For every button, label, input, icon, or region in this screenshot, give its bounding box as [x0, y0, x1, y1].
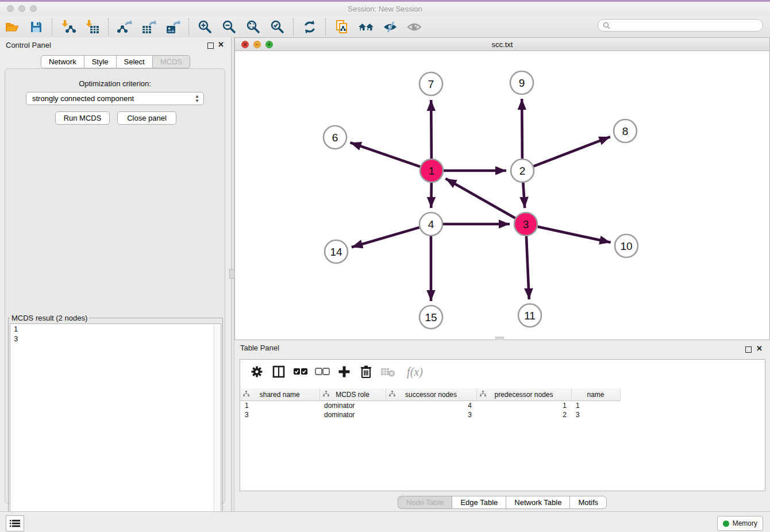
save-session-icon[interactable] — [28, 18, 45, 36]
float-table-panel-icon[interactable] — [745, 345, 752, 355]
graph-edge-4-14[interactable] — [352, 228, 419, 247]
mcds-panel: Optimization criterion: strongly connect… — [5, 68, 225, 504]
close-panel-button[interactable]: Close panel — [117, 111, 176, 125]
graph-node-label: 8 — [622, 125, 629, 137]
memory-label: Memory — [733, 519, 757, 527]
table-cell[interactable]: 3 — [571, 410, 620, 419]
export-table-icon[interactable] — [140, 18, 157, 36]
delete-table-icon — [380, 364, 396, 380]
window-titlebar: Session: New Session — [0, 0, 770, 17]
memory-button[interactable]: Memory — [717, 516, 763, 531]
hide-selected-icon[interactable] — [382, 18, 399, 36]
table-tab-network-table[interactable]: Network Table — [506, 496, 569, 509]
table-panel: Table Panel ✕ — [234, 340, 770, 511]
network-window-titlebar: ✕ − + scc.txt — [235, 38, 769, 51]
mcds-result-line: 3 — [10, 334, 221, 344]
table-cell[interactable]: 1 — [240, 401, 319, 411]
control-tab-style[interactable]: Style — [84, 55, 116, 68]
control-tab-select[interactable]: Select — [116, 55, 152, 68]
mcds-result-legend: MCDS result (2 nodes) — [10, 314, 89, 322]
search-input[interactable] — [610, 21, 750, 30]
graph-node-label: 11 — [524, 310, 536, 322]
table-row[interactable]: 3dominator323 — [240, 410, 765, 419]
control-tab-network[interactable]: Network — [41, 55, 84, 68]
table-tab-motifs[interactable]: Motifs — [569, 496, 607, 509]
control-tab-mcds[interactable]: MCDS — [152, 55, 190, 68]
graph-node-label: 14 — [330, 246, 342, 258]
zoom-selected-icon[interactable] — [269, 18, 286, 36]
column-header-predecessor-nodes[interactable]: predecessor nodes — [476, 388, 571, 401]
table-cell[interactable]: 3 — [240, 410, 319, 419]
graph-edge-2-8[interactable] — [534, 137, 610, 166]
result-scrollbar[interactable] — [214, 324, 221, 525]
zoom-out-icon[interactable] — [221, 18, 238, 36]
graph-edge-3-11[interactable] — [526, 236, 529, 299]
table-cell[interactable]: dominator — [319, 410, 386, 419]
criterion-dropdown[interactable]: strongly connected component ▲▼ — [26, 92, 204, 105]
select-all-columns-icon[interactable] — [292, 364, 309, 380]
new-network-from-selection-icon[interactable] — [333, 18, 351, 36]
table-row[interactable]: 1dominator411 — [240, 401, 765, 411]
graph-edge-2-9[interactable] — [522, 99, 522, 159]
apply-layout-icon[interactable] — [301, 18, 318, 36]
task-history-button[interactable] — [6, 515, 24, 531]
float-panel-icon[interactable] — [207, 41, 214, 51]
control-panel: Control Panel ✕ NetworkStyleSelectMCDS O… — [0, 37, 231, 511]
graph-edge-1-6[interactable] — [350, 142, 420, 167]
column-header-name[interactable]: name — [571, 388, 620, 401]
toolbar-separator — [108, 18, 109, 36]
column-header-MCDS-role[interactable]: MCDS role — [319, 388, 386, 401]
graph-node-label: 7 — [428, 78, 434, 90]
table-tab-edge-table[interactable]: Edge Table — [452, 496, 506, 509]
close-panel-icon[interactable]: ✕ — [218, 40, 224, 49]
table-cell[interactable]: 2 — [476, 410, 571, 419]
close-table-panel-icon[interactable]: ✕ — [756, 344, 763, 353]
graph-edge-3-1[interactable] — [445, 179, 515, 218]
split-view-icon[interactable] — [271, 364, 287, 380]
list-icon — [10, 519, 20, 527]
graph-edge-2-3[interactable] — [523, 183, 525, 208]
toolbar-separator — [293, 18, 294, 36]
search-box[interactable] — [598, 19, 763, 32]
graph-node-label: 10 — [620, 240, 632, 252]
show-all-icon[interactable] — [406, 18, 423, 36]
add-column-icon[interactable] — [336, 364, 352, 380]
zoom-in-icon[interactable] — [197, 18, 214, 36]
home-icon[interactable] — [357, 18, 375, 36]
export-network-icon[interactable] — [116, 18, 133, 36]
deselect-all-columns-icon[interactable] — [314, 364, 330, 380]
network-graph[interactable]: 1234678910111415 — [235, 51, 769, 340]
import-network-icon[interactable] — [60, 18, 77, 36]
table-panel-title: Table Panel — [240, 344, 279, 352]
column-header-shared-name[interactable]: shared name — [240, 388, 319, 401]
table-cell[interactable]: 3 — [386, 410, 476, 419]
table-cell[interactable]: dominator — [319, 401, 386, 411]
graph-edge-1-7[interactable] — [431, 100, 432, 159]
window-top-accent — [0, 0, 770, 2]
node-table[interactable]: shared nameMCDS rolesuccessor nodesprede… — [240, 388, 765, 419]
function-builder-icon: f(x) — [402, 364, 428, 380]
network-view-window: ✕ − + scc.txt 1234678910111415 — [234, 37, 770, 340]
graph-edge-3-10[interactable] — [538, 226, 611, 242]
import-table-icon[interactable] — [84, 18, 101, 36]
window-title: Session: New Session — [0, 5, 770, 13]
export-image-icon[interactable] — [164, 18, 182, 36]
table-cell[interactable]: 1 — [571, 401, 620, 411]
zoom-fit-icon[interactable] — [245, 18, 262, 36]
status-bar: Memory — [0, 511, 770, 532]
open-session-icon[interactable] — [3, 18, 21, 36]
fx-label: f(x) — [407, 365, 423, 379]
table-tab-node-table[interactable]: Node Table — [398, 496, 452, 509]
graph-node-label: 3 — [523, 218, 529, 230]
mcds-result-textarea[interactable]: 13 — [10, 323, 221, 526]
settings-gear-icon[interactable] — [249, 364, 265, 380]
control-panel-title: Control Panel — [6, 41, 51, 49]
control-panel-tabs: NetworkStyleSelectMCDS — [0, 55, 231, 68]
toolbar-separator — [325, 18, 326, 36]
table-toolbar: f(x) — [240, 360, 765, 384]
delete-column-icon[interactable] — [358, 364, 374, 380]
run-mcds-button[interactable]: Run MCDS — [55, 111, 110, 125]
column-header-successor-nodes[interactable]: successor nodes — [386, 388, 476, 401]
table-cell[interactable]: 1 — [476, 401, 571, 411]
table-cell[interactable]: 4 — [386, 401, 476, 411]
